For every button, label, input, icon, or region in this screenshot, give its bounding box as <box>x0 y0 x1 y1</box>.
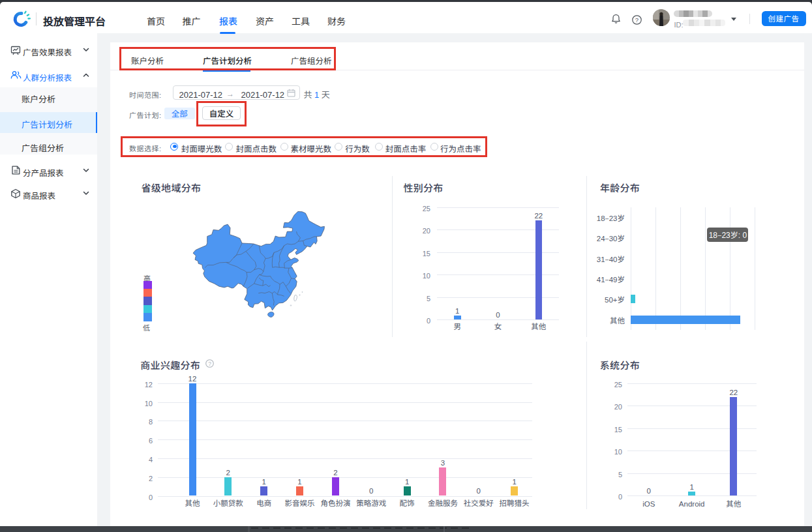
svg-text:?: ? <box>635 16 639 23</box>
svg-text:?: ? <box>208 361 211 367</box>
